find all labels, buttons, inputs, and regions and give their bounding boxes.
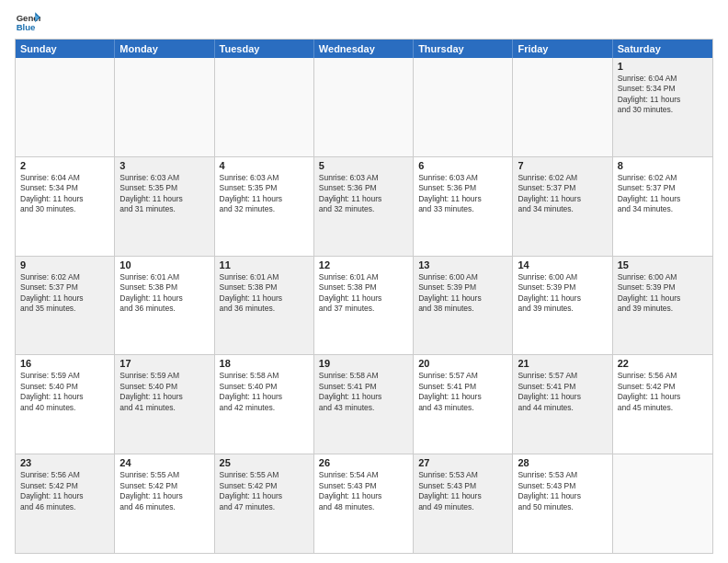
calendar-cell-1-6: 8Sunrise: 6:02 AM Sunset: 5:37 PM Daylig… <box>613 157 712 256</box>
weekday-header-thursday: Thursday <box>414 40 513 58</box>
day-number: 23 <box>20 457 109 468</box>
day-number: 6 <box>418 160 507 171</box>
logo-icon: General Blue <box>15 11 40 33</box>
cell-info: Sunrise: 5:58 AM Sunset: 5:40 PM Dayligh… <box>220 371 309 413</box>
day-number: 26 <box>319 457 408 468</box>
day-number: 13 <box>418 259 507 270</box>
calendar-cell-0-0 <box>16 58 115 156</box>
calendar-cell-0-4 <box>414 58 513 156</box>
cell-info: Sunrise: 6:00 AM Sunset: 5:39 PM Dayligh… <box>618 272 708 315</box>
weekday-header-monday: Monday <box>115 40 214 58</box>
day-number: 20 <box>418 358 507 369</box>
header: General Blue <box>15 11 713 33</box>
calendar-cell-0-6: 1Sunrise: 6:04 AM Sunset: 5:34 PM Daylig… <box>613 58 712 156</box>
day-number: 16 <box>20 358 109 369</box>
calendar-cell-2-1: 10Sunrise: 6:01 AM Sunset: 5:38 PM Dayli… <box>115 257 214 355</box>
day-number: 25 <box>220 457 309 468</box>
calendar-cell-3-2: 18Sunrise: 5:58 AM Sunset: 5:40 PM Dayli… <box>215 355 314 454</box>
calendar-row-4: 23Sunrise: 5:56 AM Sunset: 5:42 PM Dayli… <box>16 454 712 553</box>
day-number: 4 <box>220 160 309 171</box>
calendar-cell-2-0: 9Sunrise: 6:02 AM Sunset: 5:37 PM Daylig… <box>16 257 115 355</box>
cell-info: Sunrise: 6:00 AM Sunset: 5:39 PM Dayligh… <box>518 272 607 315</box>
day-number: 17 <box>119 358 209 369</box>
day-number: 12 <box>319 259 408 270</box>
logo: General Blue <box>15 11 40 33</box>
cell-info: Sunrise: 6:01 AM Sunset: 5:38 PM Dayligh… <box>319 272 408 315</box>
calendar-cell-4-3: 26Sunrise: 5:54 AM Sunset: 5:43 PM Dayli… <box>314 454 414 553</box>
day-number: 19 <box>319 358 408 369</box>
calendar-body: 1Sunrise: 6:04 AM Sunset: 5:34 PM Daylig… <box>16 58 712 553</box>
day-number: 11 <box>220 259 309 270</box>
calendar-cell-1-3: 5Sunrise: 6:03 AM Sunset: 5:36 PM Daylig… <box>314 157 414 256</box>
day-number: 9 <box>20 259 109 270</box>
calendar-cell-2-4: 13Sunrise: 6:00 AM Sunset: 5:39 PM Dayli… <box>414 257 513 355</box>
day-number: 1 <box>618 61 708 72</box>
calendar-cell-0-5 <box>513 58 612 156</box>
cell-info: Sunrise: 5:57 AM Sunset: 5:41 PM Dayligh… <box>418 371 507 413</box>
calendar-row-0: 1Sunrise: 6:04 AM Sunset: 5:34 PM Daylig… <box>16 58 712 156</box>
day-number: 10 <box>119 259 209 270</box>
day-number: 18 <box>220 358 309 369</box>
calendar-cell-4-1: 24Sunrise: 5:55 AM Sunset: 5:42 PM Dayli… <box>115 454 214 553</box>
calendar-cell-2-5: 14Sunrise: 6:00 AM Sunset: 5:39 PM Dayli… <box>513 257 612 355</box>
calendar-cell-3-5: 21Sunrise: 5:57 AM Sunset: 5:41 PM Dayli… <box>513 355 612 454</box>
calendar-cell-1-0: 2Sunrise: 6:04 AM Sunset: 5:34 PM Daylig… <box>16 157 115 256</box>
cell-info: Sunrise: 5:53 AM Sunset: 5:43 PM Dayligh… <box>418 470 507 512</box>
cell-info: Sunrise: 6:01 AM Sunset: 5:38 PM Dayligh… <box>119 272 209 315</box>
cell-info: Sunrise: 5:59 AM Sunset: 5:40 PM Dayligh… <box>20 371 109 413</box>
cell-info: Sunrise: 6:03 AM Sunset: 5:35 PM Dayligh… <box>220 173 309 215</box>
cell-info: Sunrise: 5:58 AM Sunset: 5:41 PM Dayligh… <box>319 371 408 413</box>
calendar-cell-4-5: 28Sunrise: 5:53 AM Sunset: 5:43 PM Dayli… <box>513 454 612 553</box>
cell-info: Sunrise: 5:53 AM Sunset: 5:43 PM Dayligh… <box>518 470 607 512</box>
weekday-header-tuesday: Tuesday <box>215 40 314 58</box>
cell-info: Sunrise: 6:02 AM Sunset: 5:37 PM Dayligh… <box>518 173 607 215</box>
weekday-header-sunday: Sunday <box>16 40 115 58</box>
cell-info: Sunrise: 6:03 AM Sunset: 5:36 PM Dayligh… <box>319 173 408 215</box>
calendar-header: SundayMondayTuesdayWednesdayThursdayFrid… <box>16 40 712 58</box>
cell-info: Sunrise: 6:01 AM Sunset: 5:38 PM Dayligh… <box>220 272 309 315</box>
weekday-header-saturday: Saturday <box>613 40 712 58</box>
calendar-cell-4-0: 23Sunrise: 5:56 AM Sunset: 5:42 PM Dayli… <box>16 454 115 553</box>
calendar-cell-3-6: 22Sunrise: 5:56 AM Sunset: 5:42 PM Dayli… <box>613 355 712 454</box>
cell-info: Sunrise: 6:03 AM Sunset: 5:35 PM Dayligh… <box>119 173 209 215</box>
calendar-cell-0-1 <box>115 58 214 156</box>
day-number: 2 <box>20 160 109 171</box>
calendar-cell-4-6 <box>613 454 712 553</box>
calendar-row-2: 9Sunrise: 6:02 AM Sunset: 5:37 PM Daylig… <box>16 256 712 355</box>
calendar-cell-2-6: 15Sunrise: 6:00 AM Sunset: 5:39 PM Dayli… <box>613 257 712 355</box>
day-number: 24 <box>119 457 209 468</box>
cell-info: Sunrise: 6:02 AM Sunset: 5:37 PM Dayligh… <box>618 173 708 215</box>
cell-info: Sunrise: 5:56 AM Sunset: 5:42 PM Dayligh… <box>20 470 109 512</box>
cell-info: Sunrise: 6:00 AM Sunset: 5:39 PM Dayligh… <box>418 272 507 315</box>
calendar-cell-3-0: 16Sunrise: 5:59 AM Sunset: 5:40 PM Dayli… <box>16 355 115 454</box>
svg-text:Blue: Blue <box>17 22 36 32</box>
cell-info: Sunrise: 6:04 AM Sunset: 5:34 PM Dayligh… <box>20 173 109 215</box>
calendar-row-1: 2Sunrise: 6:04 AM Sunset: 5:34 PM Daylig… <box>16 156 712 256</box>
day-number: 5 <box>319 160 408 171</box>
calendar-row-3: 16Sunrise: 5:59 AM Sunset: 5:40 PM Dayli… <box>16 354 712 454</box>
calendar-cell-1-5: 7Sunrise: 6:02 AM Sunset: 5:37 PM Daylig… <box>513 157 612 256</box>
cell-info: Sunrise: 5:55 AM Sunset: 5:42 PM Dayligh… <box>220 470 309 512</box>
day-number: 8 <box>618 160 708 171</box>
weekday-header-friday: Friday <box>513 40 612 58</box>
cell-info: Sunrise: 6:03 AM Sunset: 5:36 PM Dayligh… <box>418 173 507 215</box>
cell-info: Sunrise: 6:04 AM Sunset: 5:34 PM Dayligh… <box>618 74 708 116</box>
calendar-cell-4-2: 25Sunrise: 5:55 AM Sunset: 5:42 PM Dayli… <box>215 454 314 553</box>
weekday-header-wednesday: Wednesday <box>314 40 414 58</box>
calendar-cell-3-4: 20Sunrise: 5:57 AM Sunset: 5:41 PM Dayli… <box>414 355 513 454</box>
cell-info: Sunrise: 5:57 AM Sunset: 5:41 PM Dayligh… <box>518 371 607 413</box>
page: General Blue SundayMondayTuesdayWednesda… <box>0 0 728 563</box>
day-number: 28 <box>518 457 607 468</box>
day-number: 7 <box>518 160 607 171</box>
cell-info: Sunrise: 5:56 AM Sunset: 5:42 PM Dayligh… <box>618 371 708 413</box>
day-number: 15 <box>618 259 708 270</box>
day-number: 27 <box>418 457 507 468</box>
cell-info: Sunrise: 6:02 AM Sunset: 5:37 PM Dayligh… <box>20 272 109 315</box>
calendar-cell-1-1: 3Sunrise: 6:03 AM Sunset: 5:35 PM Daylig… <box>115 157 214 256</box>
day-number: 22 <box>618 358 708 369</box>
calendar-cell-2-2: 11Sunrise: 6:01 AM Sunset: 5:38 PM Dayli… <box>215 257 314 355</box>
calendar-cell-1-2: 4Sunrise: 6:03 AM Sunset: 5:35 PM Daylig… <box>215 157 314 256</box>
cell-info: Sunrise: 5:55 AM Sunset: 5:42 PM Dayligh… <box>119 470 209 512</box>
calendar-cell-0-3 <box>314 58 414 156</box>
calendar-cell-1-4: 6Sunrise: 6:03 AM Sunset: 5:36 PM Daylig… <box>414 157 513 256</box>
